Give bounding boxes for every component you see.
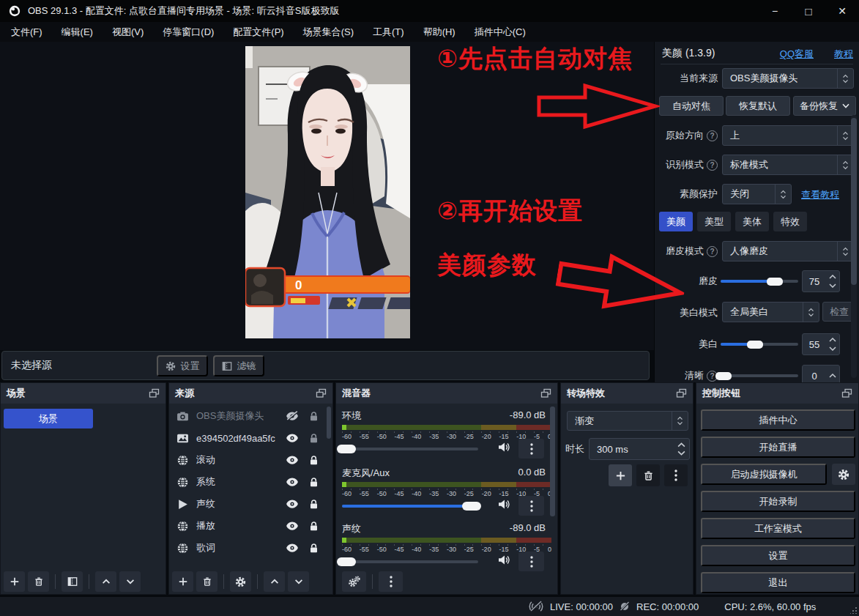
mixer-scrollbar[interactable] [550, 407, 555, 516]
visibility-toggle[interactable] [286, 499, 299, 509]
lock-toggle[interactable] [308, 499, 319, 510]
smooth-value-spinbox[interactable]: 75 [802, 270, 840, 292]
slider-handle[interactable] [337, 557, 356, 566]
help-icon[interactable] [707, 160, 718, 171]
volume-slider[interactable] [342, 505, 478, 508]
menu-item[interactable]: 插件中心(C) [465, 22, 535, 42]
move-scene-up-button[interactable] [95, 571, 116, 592]
recognition-mode-select[interactable]: 标准模式 [722, 155, 854, 175]
orientation-select[interactable]: 上 [722, 125, 854, 146]
beauty-tab[interactable]: 美体 [735, 212, 769, 231]
slider-handle[interactable] [337, 445, 356, 453]
menu-item[interactable]: 配置文件(P) [223, 22, 293, 42]
backup-restore-button[interactable]: 备份恢复 [793, 96, 856, 116]
slider-handle[interactable] [715, 372, 732, 380]
visibility-toggle[interactable] [286, 433, 299, 443]
lock-toggle[interactable] [308, 543, 319, 554]
add-transition-button[interactable] [609, 464, 632, 486]
menu-item[interactable]: 帮助(H) [414, 22, 465, 42]
sources-scrollbar[interactable] [327, 407, 331, 439]
slider-handle[interactable] [747, 341, 763, 349]
source-row[interactable]: 声纹 [169, 493, 325, 515]
help-icon[interactable] [707, 130, 718, 141]
menu-item[interactable]: 停靠窗口(D) [153, 22, 223, 42]
help-icon[interactable] [707, 246, 718, 257]
menu-item[interactable]: 文件(F) [1, 22, 52, 42]
channel-menu-button[interactable] [518, 496, 544, 516]
lock-toggle[interactable] [308, 521, 319, 532]
visibility-toggle[interactable] [286, 521, 299, 531]
beauty-tab[interactable]: 美颜 [659, 212, 693, 231]
add-scene-button[interactable] [4, 571, 25, 592]
menu-item[interactable]: 场景集合(S) [294, 22, 363, 42]
tutorial-link[interactable]: 教程 [834, 48, 853, 61]
menu-item[interactable]: 视图(V) [103, 22, 153, 42]
speaker-icon[interactable] [497, 442, 510, 453]
duration-spinbox[interactable]: 300 ms [589, 438, 690, 460]
move-source-down-button[interactable] [288, 571, 309, 592]
slider-handle[interactable] [767, 278, 783, 286]
beauty-tab[interactable]: 美型 [697, 212, 731, 231]
spinner-arrows-icon[interactable] [826, 334, 839, 355]
spinner-arrows-icon[interactable] [826, 365, 839, 382]
spinner-arrows-icon[interactable] [673, 439, 689, 459]
start-streaming-button[interactable]: 开始直播 [701, 437, 855, 458]
remove-source-button[interactable] [196, 571, 217, 592]
slider-handle[interactable] [462, 502, 481, 511]
clarity-slider[interactable] [721, 374, 798, 377]
visibility-toggle[interactable] [286, 543, 299, 553]
studio-mode-button[interactable]: 工作室模式 [701, 518, 855, 539]
exit-button[interactable]: 退出 [701, 572, 855, 593]
lock-toggle[interactable] [308, 411, 319, 422]
visibility-toggle[interactable] [286, 455, 299, 465]
source-row[interactable]: 播放 [169, 515, 325, 537]
source-row[interactable]: OBS美颜摄像头 [169, 405, 325, 427]
plugin-center-button[interactable]: 插件中心 [701, 409, 855, 431]
smooth-slider[interactable] [721, 280, 798, 283]
mixer-menu-button[interactable] [379, 571, 403, 592]
remove-transition-button[interactable] [636, 464, 660, 486]
volume-slider[interactable] [342, 448, 478, 450]
source-row[interactable]: 歌词 [169, 537, 325, 559]
whiten-slider[interactable] [721, 343, 798, 346]
beauty-scrollbar[interactable] [851, 115, 857, 378]
minimize-button[interactable] [758, 0, 792, 22]
add-source-button[interactable] [172, 571, 193, 592]
whiten-mode-select[interactable]: 全局美白 [722, 302, 819, 322]
advanced-audio-button[interactable] [342, 571, 366, 592]
popout-icon[interactable] [841, 388, 852, 398]
virtual-camera-settings-button[interactable] [832, 464, 855, 485]
lock-toggle[interactable] [308, 477, 319, 488]
scrollbar-thumb[interactable] [851, 118, 857, 285]
move-scene-down-button[interactable] [119, 571, 141, 592]
lock-toggle[interactable] [308, 433, 319, 444]
smooth-mode-select[interactable]: 人像磨皮 [722, 241, 854, 261]
plain-face-protect-select[interactable]: 关闭 [722, 184, 792, 204]
menu-item[interactable]: 编辑(E) [52, 22, 103, 42]
qq-support-link[interactable]: QQ客服 [780, 48, 814, 61]
transition-select[interactable]: 渐变 [567, 411, 688, 431]
clarity-value-spinbox[interactable]: 0 [802, 365, 840, 382]
channel-menu-button[interactable] [518, 439, 544, 459]
source-settings-button[interactable]: 设置 [157, 355, 208, 376]
source-row[interactable]: 滚动 [169, 449, 325, 471]
scene-list-item[interactable]: 场景 [4, 409, 93, 428]
source-properties-button[interactable] [230, 571, 251, 592]
speaker-icon[interactable] [497, 554, 510, 565]
beauty-tab[interactable]: 特效 [773, 212, 807, 231]
source-row[interactable]: 系统 [169, 471, 325, 493]
volume-slider[interactable] [342, 560, 478, 563]
remove-scene-button[interactable] [28, 571, 49, 592]
popout-icon[interactable] [540, 388, 551, 398]
settings-button[interactable]: 设置 [701, 545, 855, 566]
whiten-value-spinbox[interactable]: 55 [802, 333, 840, 355]
autofocus-button[interactable]: 自动对焦 [659, 96, 724, 116]
channel-menu-button[interactable] [518, 552, 544, 571]
spinner-arrows-icon[interactable] [826, 271, 839, 292]
restore-default-button[interactable]: 恢复默认 [726, 96, 790, 116]
close-button[interactable] [825, 0, 859, 22]
speaker-icon[interactable] [497, 499, 510, 510]
popout-icon[interactable] [316, 388, 327, 398]
start-virtual-camera-button[interactable]: 启动虚拟摄像机 [701, 464, 827, 485]
current-source-select[interactable]: OBS美颜摄像头 [722, 68, 854, 89]
